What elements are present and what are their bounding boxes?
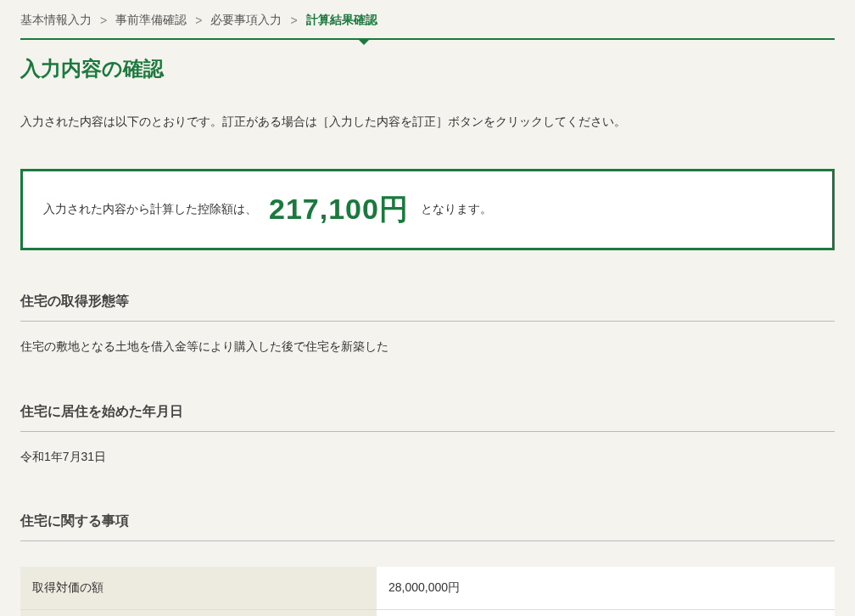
section-value-acquisition-form: 住宅の敷地となる土地を借入金等により購入した後で住宅を新築した [20,337,835,356]
section-heading-residence-date: 住宅に居住を始めた年月日 [20,403,835,432]
breadcrumb-item-result-confirm: 計算結果確認 [306,13,377,28]
breadcrumb-item-required-input[interactable]: 必要事項入力 [210,13,282,28]
table-row: 取得対価の額に含まれる消費税は8%で計算されている はい [20,610,835,616]
section-heading-acquisition-form: 住宅の取得形態等 [20,293,835,322]
result-box: 入力された内容から計算した控除額は、 217,100円 となります。 [20,169,835,250]
chevron-right-icon: > [290,14,297,27]
table-label: 取得対価の額に含まれる消費税は8%で計算されている [20,610,377,616]
section-heading-house-details: 住宅に関する事項 [20,512,835,541]
section-value-residence-date: 令和1年7月31日 [20,447,835,466]
breadcrumb-item-basic-info[interactable]: 基本情報入力 [20,13,92,28]
page-title: 入力内容の確認 [20,55,835,82]
chevron-right-icon: > [100,14,107,27]
table-value: 28,000,000円 [377,567,835,610]
breadcrumb: 基本情報入力 > 事前準備確認 > 必要事項入力 > 計算結果確認 [20,13,835,40]
breadcrumb-item-preparation[interactable]: 事前準備確認 [115,13,187,28]
result-prefix: 入力された内容から計算した控除額は、 [43,202,257,217]
intro-text: 入力された内容は以下のとおりです。訂正がある場合は［入力した内容を訂正］ボタンを… [20,112,835,131]
table-label: 取得対価の額 [20,567,377,610]
chevron-right-icon: > [195,14,202,27]
house-details-table: 取得対価の額 28,000,000円 取得対価の額に含まれる消費税は8%で計算さ… [20,567,835,616]
table-row: 取得対価の額 28,000,000円 [20,567,835,610]
table-value: はい [377,610,835,616]
active-tab-pointer-icon [357,38,371,45]
result-amount: 217,100円 [269,190,409,229]
result-suffix: となります。 [421,202,492,217]
